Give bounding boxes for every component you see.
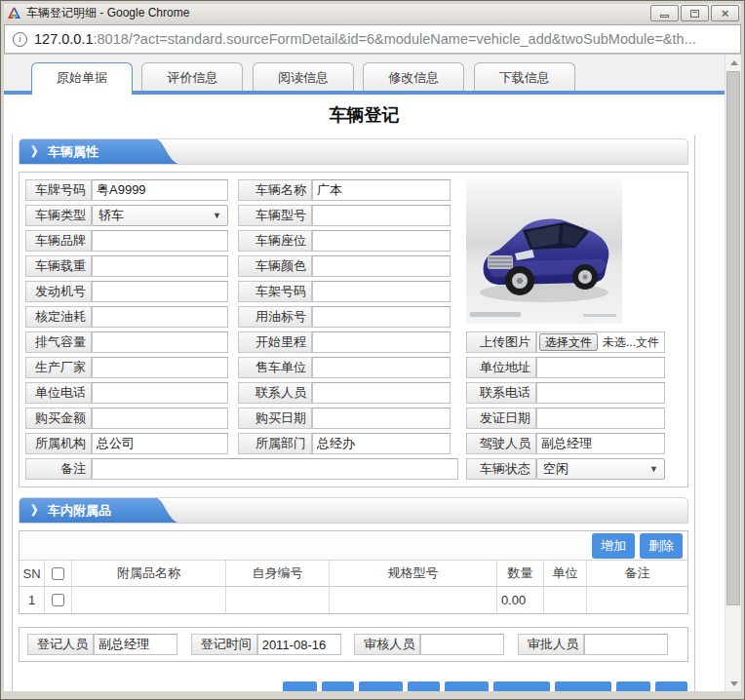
manufacturer-input[interactable] bbox=[92, 357, 228, 378]
approver-input[interactable] bbox=[584, 634, 668, 655]
scrollbar-thumb[interactable] bbox=[726, 71, 740, 605]
minimize-button[interactable] bbox=[650, 5, 679, 21]
vehicle-type-select[interactable]: 轿车▼ bbox=[92, 205, 228, 226]
bottom-action-button[interactable] bbox=[408, 681, 440, 691]
row-quantity[interactable]: 0.00 bbox=[497, 587, 544, 613]
contact-person-input[interactable] bbox=[312, 382, 451, 404]
arrow-down-icon bbox=[730, 681, 738, 686]
contact-phone-label: 联系电话 bbox=[466, 382, 536, 404]
vehicle-color-input[interactable] bbox=[312, 255, 451, 277]
bottom-action-button[interactable] bbox=[283, 681, 317, 691]
bottom-action-button[interactable] bbox=[493, 681, 550, 691]
vertical-scrollbar[interactable] bbox=[725, 55, 741, 691]
section-header-vehicle-attributes: 》车辆属性 bbox=[19, 138, 688, 165]
row-own-code[interactable] bbox=[226, 587, 330, 613]
bottom-action-button[interactable] bbox=[322, 681, 354, 691]
vehicle-model-input[interactable] bbox=[312, 205, 451, 226]
reviewer-input[interactable] bbox=[420, 634, 504, 655]
vehicle-status-select[interactable]: 空闲▼ bbox=[536, 458, 665, 480]
reg-time-input[interactable] bbox=[257, 634, 341, 655]
vehicle-brand-label: 车辆品牌 bbox=[25, 230, 92, 252]
maximize-button[interactable] bbox=[681, 5, 709, 21]
start-mileage-label: 开始里程 bbox=[238, 331, 312, 353]
start-mileage-input[interactable] bbox=[312, 331, 451, 353]
plate-input[interactable] bbox=[92, 179, 228, 201]
seller-phone-input[interactable] bbox=[92, 382, 228, 404]
row-unit[interactable] bbox=[544, 587, 587, 613]
tab-strip: 原始单据 评价信息 阅读信息 修改信息 下载信息 bbox=[4, 55, 725, 95]
choose-file-button[interactable]: 选择文件 bbox=[539, 333, 598, 351]
org-input[interactable] bbox=[92, 433, 228, 454]
purchase-amount-input[interactable] bbox=[92, 408, 228, 429]
window-titlebar: 车辆登记明细 - Google Chrome × bbox=[4, 4, 741, 24]
tab-evaluation-info[interactable]: 评价信息 bbox=[141, 62, 243, 91]
dept-input[interactable] bbox=[312, 433, 451, 454]
delete-row-button[interactable]: 删除 bbox=[640, 533, 683, 559]
url-text[interactable]: 127.0.0.1:8018/?act=standard.sourceFormD… bbox=[34, 31, 696, 47]
registrant-label: 登记人员 bbox=[27, 634, 94, 655]
engine-no-label: 发动机号 bbox=[25, 281, 92, 302]
accessories-header-row: SN 附属品名称 自身编号 规格型号 数量 单位 备注 bbox=[20, 561, 687, 587]
vehicle-name-label: 车辆名称 bbox=[238, 179, 312, 201]
vehicle-status-label: 车辆状态 bbox=[466, 458, 536, 480]
address-bar[interactable]: i 127.0.0.1:8018/?act=standard.sourceFor… bbox=[4, 24, 741, 54]
seller-address-input[interactable] bbox=[536, 357, 665, 378]
window-title: 车辆登记明细 - Google Chrome bbox=[26, 5, 189, 21]
chevron-down-icon: ▼ bbox=[213, 211, 221, 220]
vehicle-load-input[interactable] bbox=[92, 255, 228, 277]
select-all-checkbox[interactable] bbox=[52, 567, 64, 580]
remark-input[interactable] bbox=[92, 458, 458, 480]
page-content: 原始单据 评价信息 阅读信息 修改信息 下载信息 车辆登记 bbox=[4, 54, 741, 691]
fuel-grade-input[interactable] bbox=[312, 306, 451, 328]
vehicle-seats-input[interactable] bbox=[312, 230, 451, 252]
header-own-code: 自身编号 bbox=[226, 561, 330, 586]
section-title: 》车内附属品 bbox=[31, 498, 111, 524]
fuel-rate-label: 核定油耗 bbox=[25, 306, 92, 328]
registrant-input[interactable] bbox=[94, 634, 177, 655]
bottom-action-button[interactable] bbox=[616, 681, 650, 691]
approver-label: 审批人员 bbox=[518, 634, 584, 655]
header-accessory-name: 附属品名称 bbox=[72, 561, 226, 586]
bottom-action-button[interactable] bbox=[445, 681, 489, 691]
row-checkbox[interactable] bbox=[52, 594, 64, 606]
frame-no-input[interactable] bbox=[312, 281, 451, 302]
license-date-input[interactable] bbox=[536, 408, 665, 429]
upload-file-field: 选择文件 未选...文件 bbox=[536, 331, 665, 353]
purchase-date-input[interactable] bbox=[312, 408, 451, 429]
seller-address-label: 单位地址 bbox=[466, 357, 536, 378]
tab-read-info[interactable]: 阅读信息 bbox=[253, 62, 354, 91]
scroll-down-button[interactable] bbox=[725, 676, 741, 691]
row-accessory-name[interactable] bbox=[72, 587, 226, 613]
close-button[interactable]: × bbox=[711, 5, 739, 21]
vehicle-brand-input[interactable] bbox=[92, 230, 228, 252]
remark-label: 备注 bbox=[25, 458, 92, 480]
registration-footer: 登记人员 登记时间 审核人员 审批人员 bbox=[19, 627, 688, 662]
displacement-input[interactable] bbox=[92, 331, 228, 353]
bottom-action-button[interactable] bbox=[359, 681, 403, 691]
section-title: 》车辆属性 bbox=[31, 139, 98, 165]
form-wrapper: 》车辆属性 车牌号码 车辆名称 车辆类型 轿车▼ bbox=[12, 135, 695, 691]
tab-original-document[interactable]: 原始单据 bbox=[31, 62, 133, 95]
row-remark[interactable] bbox=[587, 587, 687, 613]
seller-input[interactable] bbox=[312, 357, 451, 378]
add-row-button[interactable]: 增加 bbox=[592, 533, 635, 559]
tab-modify-info[interactable]: 修改信息 bbox=[363, 62, 464, 91]
header-sn: SN bbox=[20, 561, 45, 586]
bottom-action-button[interactable] bbox=[555, 681, 611, 691]
contact-phone-input[interactable] bbox=[536, 382, 665, 404]
row-spec-model[interactable] bbox=[330, 587, 497, 613]
header-spec-model: 规格型号 bbox=[330, 561, 497, 586]
purchase-amount-label: 购买金额 bbox=[25, 408, 92, 429]
license-date-label: 发证日期 bbox=[466, 408, 536, 429]
scroll-up-button[interactable] bbox=[725, 55, 741, 70]
vehicle-name-input[interactable] bbox=[312, 179, 451, 201]
bottom-action-button[interactable] bbox=[655, 681, 687, 691]
engine-no-input[interactable] bbox=[92, 281, 228, 302]
fuel-rate-input[interactable] bbox=[92, 306, 228, 328]
driver-input[interactable] bbox=[536, 433, 665, 454]
tab-download-info[interactable]: 下载信息 bbox=[474, 62, 575, 91]
app-logo-icon bbox=[7, 6, 21, 20]
displacement-label: 排气容量 bbox=[25, 331, 92, 353]
page-info-icon[interactable]: i bbox=[13, 32, 27, 47]
plate-label: 车牌号码 bbox=[25, 179, 92, 201]
